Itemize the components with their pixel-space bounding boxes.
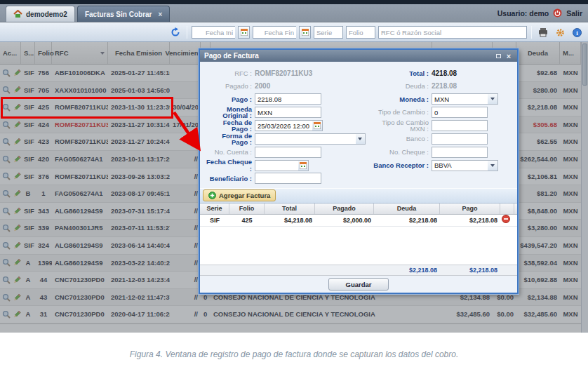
modal-grid-cell: $4,218.08 (265, 215, 315, 226)
modal-grid-cell: SIF (200, 215, 229, 226)
modal-grid-column-header[interactable]: Pagado (315, 203, 374, 214)
add-icon (208, 192, 216, 199)
input-fecha-de-pago-[interactable] (255, 120, 312, 131)
folio-input[interactable] (346, 26, 375, 39)
input-moneda-[interactable] (432, 93, 488, 105)
screenshot-stage: demodemo2 Facturas Sin Cobrar × Usuario:… (0, 0, 588, 367)
fecha-fin-input[interactable] (253, 26, 296, 39)
input-no-cheque-[interactable] (432, 147, 488, 158)
tab-close-icon[interactable]: × (159, 11, 163, 18)
calendar-icon[interactable] (312, 120, 323, 131)
field-label: Forma de Pago : (206, 133, 255, 146)
modal-title-bar[interactable]: Pago de Factura × (200, 50, 517, 62)
field-label: No. Cuenta : (206, 149, 255, 156)
logout-button[interactable]: Salir (566, 9, 582, 18)
modal-summary-cell (500, 265, 514, 275)
serie-input[interactable] (314, 26, 343, 39)
modal-grid-column-header[interactable] (500, 203, 514, 214)
config-icon[interactable] (553, 25, 567, 39)
field-label: Moneda : (366, 96, 432, 103)
chevron-down-icon[interactable] (488, 160, 498, 171)
modal-title: Pago de Factura (204, 52, 492, 60)
form-row: Forma de Pago :Banco : (206, 133, 512, 146)
modal-grid-cell: 425 (229, 215, 265, 226)
input-moneda-original-[interactable] (255, 107, 321, 118)
modal-toolbar: Agregar Factura (200, 188, 517, 203)
form-row: Fecha Cheque :Banco Receptor : (206, 159, 512, 172)
input-tipo-de-cambio-[interactable] (432, 107, 488, 118)
field-label: Beneficiario : (206, 175, 255, 182)
modal-grid-row[interactable]: SIF425$4,218.08$2,000.00$2,218.08$2,218.… (200, 215, 517, 227)
field-label: Tipo de Cambio : (366, 109, 432, 116)
readonly-value: ROMF820711KU3 (255, 69, 312, 77)
chevron-down-icon[interactable] (356, 133, 366, 145)
calendar-icon[interactable] (299, 26, 311, 39)
input-banco-[interactable] (432, 133, 488, 145)
modal-summary-cell (265, 265, 315, 275)
input-no-cuenta-[interactable] (255, 147, 321, 158)
form-row: No. Cuenta :No. Cheque : (206, 146, 512, 159)
readonly-value: 2218.08 (432, 82, 457, 90)
input-forma-de-pago-[interactable] (255, 133, 356, 145)
form-row: Beneficiario : (206, 172, 512, 185)
modal-grid-column-header[interactable]: Pago (440, 203, 500, 214)
home-icon (13, 10, 22, 18)
minimize-icon[interactable] (494, 52, 502, 60)
modal-summary-cell (200, 265, 229, 275)
payment-form: RFC :ROMF820711KU3Total :4218.08Pagado :… (200, 62, 517, 188)
logout-icon[interactable] (553, 8, 562, 18)
calendar-icon[interactable] (238, 26, 250, 39)
modal-grid-rows: SIF425$4,218.08$2,000.00$2,218.08$2,218.… (200, 215, 517, 227)
modal-grid-column-header[interactable]: Deuda (374, 203, 440, 214)
input-tipo-de-cambio-mxn-[interactable] (432, 120, 488, 131)
chevron-down-icon[interactable] (488, 93, 498, 105)
input-fecha-cheque-[interactable] (255, 160, 298, 171)
tab-facturas-sin-cobrar[interactable]: Facturas Sin Cobrar × (77, 6, 170, 22)
tab-home[interactable]: demodemo2 (6, 6, 75, 22)
guardar-button[interactable]: Guardar (328, 278, 389, 291)
refresh-icon[interactable] (168, 25, 182, 39)
info-icon[interactable]: i (570, 25, 584, 39)
modal-grid-cell: $2,000.00 (315, 215, 374, 226)
modal-grid-header: SerieFolioTotalPagadoDeudaPago (200, 203, 517, 215)
field-pagado-: 2000 (255, 82, 366, 90)
field-label: Fecha de Pago : (206, 119, 255, 133)
print-icon[interactable] (536, 25, 550, 39)
input-beneficiario-[interactable] (255, 173, 321, 184)
modal-summary-cell (315, 265, 374, 275)
rfc-razon-social-input[interactable] (378, 26, 527, 39)
field-moneda-original- (255, 107, 366, 118)
agregar-factura-button[interactable]: Agregar Factura (203, 189, 276, 201)
field-label: RFC : (206, 70, 255, 77)
input-pago-[interactable] (255, 93, 321, 105)
close-icon[interactable]: × (505, 52, 513, 60)
modal-grid-column-header[interactable]: Total (265, 203, 315, 214)
toolbar-separator (531, 26, 532, 39)
modal-summary-cell (229, 265, 265, 275)
readonly-value: 4218.08 (432, 69, 457, 77)
fecha-ini-input[interactable] (192, 26, 235, 39)
modal-grid-column-header[interactable]: Serie (200, 203, 229, 214)
user-label: Usuario: demo (497, 9, 549, 18)
remove-invoice-icon[interactable] (502, 215, 510, 223)
field-label: Deuda : (366, 83, 432, 90)
modal-button-bar: Guardar (200, 276, 517, 293)
field-moneda- (432, 93, 512, 105)
field-label: Tipo de Cambio MXN : (366, 119, 432, 133)
field-beneficiario- (255, 173, 366, 184)
figure-caption: Figura 4. Ventana de registro de pago de… (0, 349, 588, 359)
calendar-icon[interactable] (298, 160, 309, 171)
modal-grid-action-cell (500, 215, 514, 226)
form-row: Pago :Moneda : (206, 93, 512, 106)
form-row: RFC :ROMF820711KU3Total :4218.08 (206, 67, 512, 80)
field-label: Total : (366, 70, 432, 77)
modal-grid-column-header[interactable]: Folio (229, 203, 265, 214)
field-tipo-de-cambio- (432, 107, 512, 118)
field-tipo-de-cambio-mxn- (432, 120, 512, 131)
form-row: Pagado :2000Deuda :2218.08 (206, 80, 512, 93)
modal-grid-empty-area (200, 227, 517, 265)
form-row: Moneda Original :Tipo de Cambio : (206, 106, 512, 119)
form-row: Fecha de Pago :Tipo de Cambio MXN : (206, 119, 512, 133)
input-banco-receptor-[interactable] (432, 160, 488, 171)
modal-summary-cell: $2,218.08 (374, 265, 440, 275)
